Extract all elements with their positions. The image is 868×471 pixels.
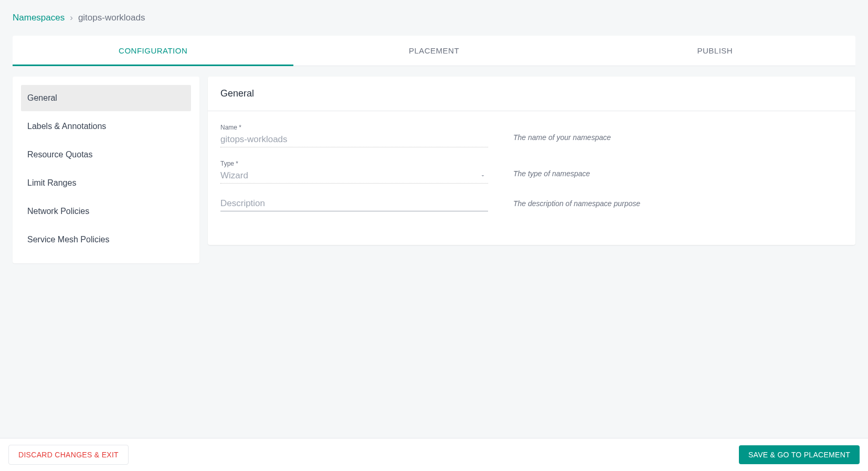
name-hint: The name of your namespace [513, 124, 611, 142]
breadcrumb-link-namespaces[interactable]: Namespaces [13, 13, 65, 23]
description-input[interactable] [220, 196, 488, 211]
type-label: Type * [220, 160, 488, 167]
name-input[interactable]: gitops-workloads [220, 132, 488, 147]
tab-placement[interactable]: PLACEMENT [293, 36, 574, 66]
type-field-group: Type * Wizard [220, 160, 488, 184]
sidebar-item-labels[interactable]: Labels & Annotations [21, 113, 191, 140]
breadcrumb-current: gitops-workloads [78, 13, 145, 23]
sidebar-item-resource-quotas[interactable]: Resource Quotas [21, 142, 191, 168]
type-select[interactable]: Wizard [220, 168, 488, 184]
panel-title: General [208, 77, 855, 111]
description-hint: The description of namespace purpose [513, 196, 640, 208]
tab-configuration[interactable]: CONFIGURATION [13, 36, 293, 66]
general-panel: General Name * gitops-workloads The name… [208, 77, 855, 245]
type-hint: The type of namespace [513, 160, 590, 178]
save-button[interactable]: SAVE & GO TO PLACEMENT [739, 445, 860, 464]
config-sidebar: General Labels & Annotations Resource Qu… [13, 77, 199, 263]
breadcrumb-separator: › [70, 13, 73, 23]
name-field-group: Name * gitops-workloads [220, 124, 488, 147]
top-tabs: CONFIGURATION PLACEMENT PUBLISH [13, 36, 855, 66]
description-field-group [220, 196, 488, 211]
tab-publish[interactable]: PUBLISH [575, 36, 855, 66]
footer-bar: DISCARD CHANGES & EXIT SAVE & GO TO PLAC… [0, 438, 868, 471]
sidebar-item-limit-ranges[interactable]: Limit Ranges [21, 170, 191, 196]
sidebar-item-general[interactable]: General [21, 85, 191, 111]
breadcrumb: Namespaces › gitops-workloads [13, 13, 855, 23]
name-label: Name * [220, 124, 488, 131]
sidebar-item-service-mesh[interactable]: Service Mesh Policies [21, 227, 191, 253]
sidebar-item-network-policies[interactable]: Network Policies [21, 198, 191, 224]
discard-button[interactable]: DISCARD CHANGES & EXIT [8, 445, 129, 465]
